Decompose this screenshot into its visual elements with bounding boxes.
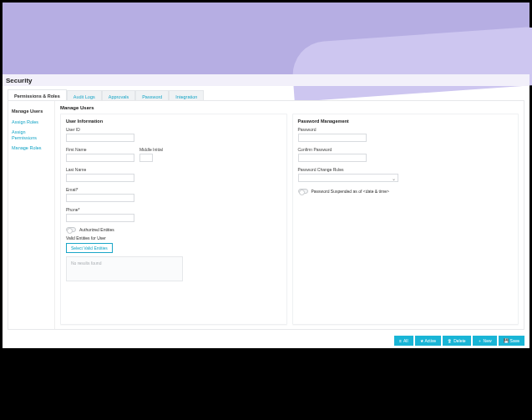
first-name-label: First Name [66,147,134,152]
black-region [3,348,529,417]
email-label: Email* [66,187,281,192]
header-banner [3,3,529,74]
main-heading: Manage Users [60,105,519,110]
password-input[interactable] [298,134,367,142]
confirm-password-label: Confirm Password [298,147,514,152]
password-card-title: Password Management [298,119,514,124]
main-panel: Manage Users User Information User ID Fi… [55,101,524,329]
select-valid-entities-button[interactable]: Select Valid Entities [66,243,113,253]
title-bar: Security [3,74,529,86]
star-icon: ★ [420,338,423,343]
valid-entities-list: No results found [66,256,183,281]
email-input[interactable] [66,194,134,202]
no-results-text: No results found [71,261,101,266]
user-info-title: User Information [66,119,281,124]
plus-icon: ＋ [478,338,482,343]
last-name-label: Last Name [66,167,281,172]
trash-icon: 🗑 [448,338,452,343]
save-button[interactable]: 💾Save [499,336,524,346]
all-button[interactable]: ≡All [394,336,413,346]
user-id-input[interactable] [66,134,134,142]
sidebar-item-assign-roles[interactable]: Assign Roles [12,117,51,128]
list-icon: ≡ [399,338,402,343]
active-button[interactable]: ★Active [415,336,442,346]
valid-entities-label: Valid Entities for User [66,235,281,240]
middle-initial-label: Middle Initial [139,147,163,152]
confirm-password-input[interactable] [298,154,367,162]
phone-input[interactable] [66,214,134,222]
last-name-input[interactable] [66,174,134,182]
content-area: Manage Users Assign Roles Assign Permiss… [8,100,524,330]
new-button-label: New [484,338,492,343]
page-title: Security [6,77,33,84]
sidebar-item-manage-users[interactable]: Manage Users [12,106,51,117]
new-button[interactable]: ＋New [473,336,497,346]
sidebar: Manage Users Assign Roles Assign Permiss… [8,101,55,329]
all-button-label: All [403,338,408,343]
save-button-label: Save [510,338,519,343]
user-id-label: User ID [66,127,281,132]
authorized-entities-label: Authorized Entities [79,227,114,232]
sidebar-item-assign-permissions[interactable]: Assign Permissions [12,127,51,143]
password-suspended-toggle[interactable] [298,189,308,194]
save-icon: 💾 [504,338,509,343]
footer-actions: ≡All ★Active 🗑Delete ＋New 💾Save [8,336,524,346]
password-change-rules-select[interactable] [298,174,398,182]
delete-button[interactable]: 🗑Delete [443,336,470,346]
first-name-input[interactable] [66,154,134,162]
authorized-entities-toggle[interactable] [66,227,76,232]
password-management-card: Password Management Password Confirm Pas… [292,114,519,325]
middle-initial-input[interactable] [139,154,153,162]
password-suspended-label: Password Suspended as of <date & time> [312,189,389,194]
user-information-card: User Information User ID First Name Midd… [60,114,287,325]
sidebar-item-manage-roles[interactable]: Manage Roles [12,143,51,154]
password-label: Password [298,127,514,132]
active-button-label: Active [425,338,437,343]
password-change-rules-label: Password Change Rules [298,167,514,172]
delete-button-label: Delete [453,338,465,343]
phone-label: Phone* [66,207,281,212]
